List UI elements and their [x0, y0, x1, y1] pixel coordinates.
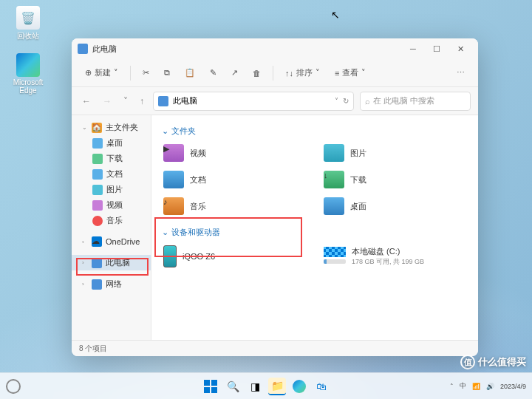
- search-icon: ⌕: [365, 97, 370, 106]
- recent-button[interactable]: ˅: [120, 95, 131, 108]
- svg-rect-2: [204, 387, 210, 393]
- search-placeholder: 在 此电脑 中搜索: [373, 95, 434, 106]
- downloads-icon: ↓: [324, 171, 344, 188]
- explorer-taskbar-icon[interactable]: 📁: [268, 378, 286, 395]
- section-devices[interactable]: 设备和驱动器: [162, 227, 468, 238]
- sidebar-music[interactable]: 音乐: [72, 213, 151, 228]
- device-drive-c[interactable]: 本地磁盘 (C:)178 GB 可用, 共 199 GB: [322, 244, 468, 269]
- ime-icon[interactable]: 中: [460, 381, 466, 391]
- music-icon: ♪: [163, 197, 184, 215]
- network-icon[interactable]: 📶: [472, 383, 480, 390]
- file-explorer-window: 此电脑 ─ ☐ ✕ ⊕ 新建 ˅ ✂ ⧉ 📋 ✎ ↗ 🗑 ↑↓ 排序 ˅ ≡ 查…: [72, 38, 478, 356]
- phone-icon: [163, 245, 177, 267]
- taskbar-date[interactable]: 2023/4/9: [500, 383, 526, 390]
- forward-button[interactable]: →: [100, 95, 115, 108]
- address-text: 此电脑: [173, 95, 197, 106]
- folder-documents[interactable]: 文档: [162, 169, 307, 190]
- documents-icon: [163, 171, 184, 188]
- content-pane: 文件夹 ▶视频 图片 文档 ↓下载 ♪音乐 桌面 设备和驱动器 iQOO Z6 …: [151, 115, 478, 340]
- cut-button[interactable]: ✂: [137, 65, 155, 81]
- sidebar-documents[interactable]: 文档: [72, 166, 151, 182]
- search-taskbar-icon[interactable]: 🔍: [224, 378, 242, 395]
- titlebar[interactable]: 此电脑 ─ ☐ ✕: [72, 38, 478, 59]
- rename-button[interactable]: ✎: [204, 65, 222, 81]
- videos-icon: ▶: [163, 144, 184, 162]
- toolbar: ⊕ 新建 ˅ ✂ ⧉ 📋 ✎ ↗ 🗑 ↑↓ 排序 ˅ ≡ 查看 ˅ ⋯: [72, 59, 478, 87]
- sidebar-thispc[interactable]: ›此电脑: [72, 255, 151, 270]
- sidebar-desktop[interactable]: 桌面: [72, 135, 151, 151]
- rename-icon: ✎: [210, 68, 216, 78]
- up-button[interactable]: ↑: [137, 95, 147, 108]
- maximize-button[interactable]: ☐: [425, 40, 449, 58]
- desktop-icon: [324, 197, 344, 215]
- chevron-down-icon[interactable]: ˅: [335, 97, 338, 105]
- device-phone[interactable]: iQOO Z6: [162, 244, 307, 269]
- edge-label: Microsoft Edge: [6, 78, 50, 95]
- taskview-icon[interactable]: ◨: [246, 378, 264, 395]
- close-button[interactable]: ✕: [449, 40, 472, 58]
- statusbar: 8 个项目: [72, 340, 478, 356]
- volume-icon[interactable]: 🔊: [486, 383, 494, 390]
- trash-icon: 🗑: [253, 69, 261, 78]
- delete-button[interactable]: 🗑: [247, 66, 267, 81]
- start-button[interactable]: [202, 378, 219, 395]
- copy-icon: ⧉: [164, 68, 170, 78]
- folder-videos[interactable]: ▶视频: [162, 143, 307, 163]
- svg-rect-3: [211, 387, 217, 393]
- cursor-icon: ↖: [331, 9, 340, 21]
- window-title: 此电脑: [92, 44, 117, 55]
- scissors-icon: ✂: [143, 68, 149, 78]
- share-button[interactable]: ↗: [225, 65, 244, 81]
- minimize-button[interactable]: ─: [401, 40, 425, 58]
- new-button[interactable]: ⊕ 新建 ˅: [79, 64, 124, 81]
- address-bar[interactable]: 此电脑 ˅ ↻: [153, 92, 354, 111]
- paste-button[interactable]: 📋: [179, 65, 201, 81]
- sidebar-pictures[interactable]: 图片: [72, 182, 151, 197]
- back-button[interactable]: ←: [79, 95, 94, 108]
- folder-pictures[interactable]: 图片: [322, 143, 468, 163]
- cortana-icon[interactable]: [6, 379, 21, 394]
- store-taskbar-icon[interactable]: 🛍: [313, 378, 330, 395]
- section-folders[interactable]: 文件夹: [162, 126, 468, 137]
- thispc-icon: [158, 96, 168, 106]
- edge-shortcut[interactable]: Microsoft Edge: [6, 53, 50, 95]
- sidebar-home[interactable]: ⌄🏠主文件夹: [72, 120, 151, 135]
- nav-row: ← → ˅ ↑ 此电脑 ˅ ↻ ⌕ 在 此电脑 中搜索: [72, 87, 478, 115]
- svg-rect-1: [211, 380, 217, 386]
- thispc-icon: [78, 44, 88, 54]
- paste-icon: 📋: [185, 68, 195, 78]
- recycle-bin-label: 回收站: [17, 31, 39, 41]
- sidebar-network[interactable]: ›网络: [72, 276, 151, 292]
- edge-icon: [16, 53, 40, 77]
- sidebar-downloads[interactable]: 下载: [72, 151, 151, 166]
- sort-button[interactable]: ↑↓ 排序 ˅: [279, 64, 326, 81]
- recycle-bin-icon: 🗑️: [16, 6, 40, 30]
- recycle-bin[interactable]: 🗑️ 回收站: [6, 6, 50, 41]
- view-button[interactable]: ≡ 查看 ˅: [329, 64, 372, 81]
- sidebar-onedrive[interactable]: ›☁OneDrive: [72, 234, 151, 249]
- sidebar: ⌄🏠主文件夹 桌面 下载 文档 图片 视频 音乐 ›☁OneDrive ›此电脑…: [72, 115, 151, 340]
- sidebar-videos[interactable]: 视频: [72, 197, 151, 213]
- pictures-icon: [324, 144, 344, 162]
- tray-chevron-icon[interactable]: ˄: [450, 383, 454, 390]
- folder-downloads[interactable]: ↓下载: [322, 169, 468, 190]
- search-input[interactable]: ⌕ 在 此电脑 中搜索: [360, 92, 471, 111]
- edge-taskbar-icon[interactable]: [290, 378, 308, 395]
- copy-button[interactable]: ⧉: [158, 65, 176, 81]
- watermark: 值 什么值得买: [460, 355, 526, 369]
- folder-music[interactable]: ♪音乐: [162, 196, 307, 216]
- drive-icon: [324, 247, 346, 266]
- more-button[interactable]: ⋯: [451, 65, 471, 81]
- svg-rect-0: [204, 380, 210, 386]
- refresh-icon[interactable]: ↻: [343, 97, 349, 105]
- taskbar: 🔍 ◨ 📁 🛍 ˄ 中 📶 🔊 2023/4/9: [0, 372, 532, 399]
- item-count: 8 个项目: [79, 344, 107, 354]
- folder-desktop[interactable]: 桌面: [322, 196, 468, 216]
- share-icon: ↗: [231, 68, 238, 78]
